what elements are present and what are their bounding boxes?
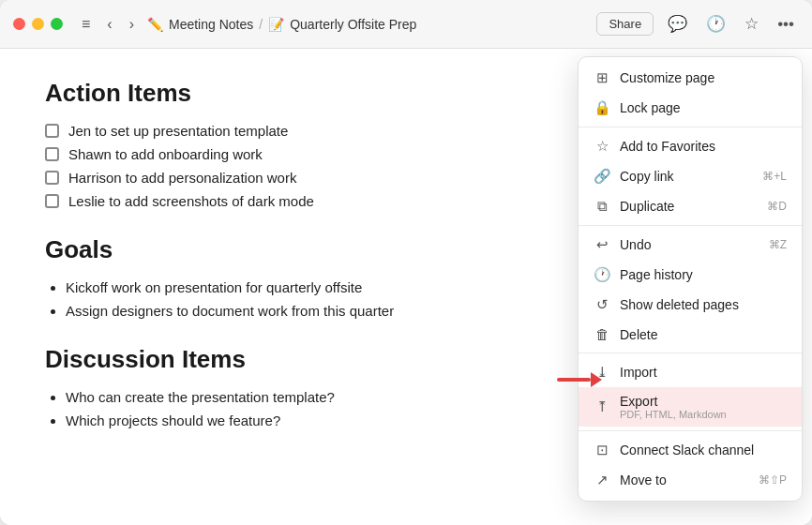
menu-item-label: Duplicate [620,199,674,214]
restore-icon: ↺ [594,296,610,313]
maximize-button[interactable] [51,18,63,30]
content-area: Action Items Jen to set up presentation … [0,49,812,525]
trash-icon: 🗑 [594,326,610,342]
breadcrumb-separator: / [259,17,263,32]
history-button[interactable]: 🕐 [701,11,730,37]
menu-item-add-favorites[interactable]: ☆ Add to Favorites [579,131,802,161]
list-item-text: Shawn to add onboarding work [68,146,263,162]
minimize-button[interactable] [32,18,44,30]
move-icon: ↗ [594,472,610,488]
menu-item-lock-page[interactable]: 🔒 Lock page [579,93,802,123]
menu-item-delete[interactable]: 🗑 Delete [579,320,802,349]
slack-icon: ⊡ [594,442,610,458]
export-sublabel: PDF, HTML, Markdown [620,409,727,420]
list-item-text: Jen to set up presentation template [68,123,288,139]
checkbox[interactable] [45,171,59,185]
customize-icon: ⊞ [594,69,610,86]
arrow-indicator [557,372,602,387]
back-button[interactable]: ‹ [103,14,115,35]
menu-separator [579,352,802,353]
checkbox[interactable] [45,194,59,208]
share-button[interactable]: Share [596,12,654,36]
checkbox[interactable] [45,124,59,138]
breadcrumb-emoji-2: 📝 [268,17,284,32]
menu-item-label: Move to [620,472,667,488]
menu-item-duplicate[interactable]: ⧉ Duplicate ⌘D [579,191,802,221]
list-item-text: Kickoff work on presentation for quarter… [66,279,362,295]
breadcrumb: ✏️ Meeting Notes / 📝 Quarterly Offsite P… [147,17,416,32]
traffic-lights [13,18,63,30]
menu-item-customize-page[interactable]: ⊞ Customize page [579,63,802,93]
menu-item-label: Add to Favorites [620,139,715,154]
titlebar: ≡ ‹ › ✏️ Meeting Notes / 📝 Quarterly Off… [0,0,812,49]
list-item-text: Leslie to add screenshots of dark mode [68,193,314,209]
star-icon: ☆ [594,138,610,155]
menu-item-label: Import [620,365,657,380]
breadcrumb-emoji-1: ✏️ [147,17,163,32]
menu-item-move-to[interactable]: ↗ Move to ⌘⇧P [579,465,802,495]
menu-item-label: Show deleted pages [620,297,739,312]
export-label: Export [620,394,727,409]
context-menu: ⊞ Customize page 🔒 Lock page ☆ Add to Fa… [578,56,803,502]
menu-item-show-deleted[interactable]: ↺ Show deleted pages [579,290,802,320]
history-icon: 🕐 [594,266,610,283]
menu-item-copy-link[interactable]: 🔗 Copy link ⌘+L [579,161,802,191]
breadcrumb-label-2[interactable]: Quarterly Offsite Prep [290,17,416,32]
shortcut-label: ⌘D [767,200,787,213]
menu-item-undo[interactable]: ↩ Undo ⌘Z [579,230,802,260]
arrow-head [591,372,602,387]
breadcrumb-label-1[interactable]: Meeting Notes [169,17,253,32]
close-button[interactable] [13,18,25,30]
menu-item-import[interactable]: ⤓ Import [579,357,802,387]
menu-item-label: Customize page [620,70,714,85]
menu-item-label: Page history [620,267,693,282]
menu-item-page-history[interactable]: 🕐 Page history [579,260,802,290]
duplicate-icon: ⧉ [594,198,610,215]
comment-button[interactable]: 💬 [663,11,692,37]
export-icon: ⤒ [594,398,610,415]
menu-separator [579,430,802,431]
forward-button[interactable]: › [126,14,138,35]
menu-item-connect-slack[interactable]: ⊡ Connect Slack channel [579,435,802,465]
app-window: ≡ ‹ › ✏️ Meeting Notes / 📝 Quarterly Off… [0,0,812,525]
menu-item-label: Copy link [620,169,674,184]
menu-item-label: Undo [620,237,651,252]
shortcut-label: ⌘Z [769,238,787,251]
more-button[interactable]: ••• [773,12,799,37]
checkbox[interactable] [45,147,59,161]
list-item-text: Which projects should we feature? [66,412,280,428]
arrow-body [557,378,591,382]
undo-icon: ↩ [594,236,610,253]
menu-item-label: Connect Slack channel [620,442,754,458]
list-item-text: Harrison to add personalization work [68,170,296,186]
menu-item-export[interactable]: ⤒ Export PDF, HTML, Markdown [579,387,802,427]
link-icon: 🔗 [594,168,610,185]
menu-button[interactable]: ≡ [78,14,94,35]
shortcut-label: ⌘⇧P [759,473,787,487]
shortcut-label: ⌘+L [762,170,787,183]
menu-separator [579,225,802,226]
favorite-button[interactable]: ☆ [740,11,763,37]
menu-item-label: Delete [620,327,657,342]
menu-separator [579,127,802,128]
list-item-text: Who can create the presentation template… [66,389,335,405]
list-item-text: Assign designers to document work from t… [66,303,394,319]
lock-icon: 🔒 [594,99,610,116]
export-content: Export PDF, HTML, Markdown [620,394,727,420]
menu-item-label: Lock page [620,100,681,115]
titlebar-actions: Share 💬 🕐 ☆ ••• [596,11,799,37]
